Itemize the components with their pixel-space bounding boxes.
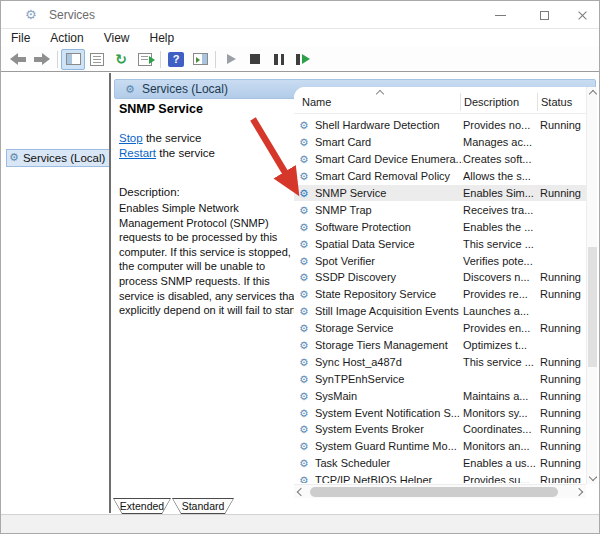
service-row[interactable]: ⚙ Storage Service Provides en... Running [294, 320, 586, 337]
menu-action[interactable]: Action [40, 31, 93, 45]
service-row[interactable]: ⚙ Smart Card Device Enumera... Creates s… [294, 151, 586, 168]
service-row[interactable]: ⚙ SNMP Service Enables Sim... Running [294, 185, 586, 202]
tab-extended[interactable]: Extended [113, 498, 171, 514]
back-icon [10, 53, 26, 65]
service-gear-icon: ⚙ [299, 153, 315, 165]
horizontal-scrollbar[interactable] [294, 484, 586, 498]
service-gear-icon: ⚙ [299, 356, 315, 368]
status-bar [1, 514, 600, 534]
back-button[interactable] [6, 49, 30, 70]
restart-service-button[interactable] [291, 49, 315, 70]
service-description: Optimizes t... [463, 339, 540, 351]
service-row[interactable]: ⚙ Task Scheduler Enables a us... Running [294, 455, 586, 472]
column-separator[interactable] [460, 93, 461, 111]
service-description: Provides su... [463, 474, 540, 483]
column-separator[interactable] [537, 93, 538, 111]
scroll-up-icon[interactable] [588, 90, 596, 98]
show-console-tree-button[interactable] [61, 49, 85, 70]
column-header-description[interactable]: Description [464, 96, 519, 108]
maximize-button[interactable] [527, 1, 561, 29]
services-gear-icon: ⚙ [9, 152, 19, 164]
menu-view[interactable]: View [94, 31, 140, 45]
column-header-status[interactable]: Status [541, 96, 572, 108]
service-description: Monitors sy... [463, 407, 540, 419]
service-gear-icon: ⚙ [299, 170, 315, 182]
service-gear-icon: ⚙ [299, 305, 315, 317]
service-description: Verifies pote... [463, 255, 540, 267]
service-name: System Guard Runtime Mo... [315, 440, 463, 452]
service-gear-icon: ⚙ [299, 204, 315, 216]
column-header-name[interactable]: Name [302, 96, 331, 108]
horizontal-scroll-thumb[interactable] [310, 487, 558, 497]
tab-standard[interactable]: Standard [172, 498, 234, 514]
properties-icon [90, 53, 104, 66]
service-row[interactable]: ⚙ System Events Broker Coordinates... Ru… [294, 421, 586, 438]
service-row[interactable]: ⚙ SynTPEnhService Running [294, 370, 586, 387]
service-name: Software Protection [315, 221, 463, 233]
service-name: TCP/IP NetBIOS Helper [315, 474, 463, 483]
service-name: SNMP Trap [315, 204, 463, 216]
toolbar-separator [160, 51, 161, 68]
service-description: This service ... [463, 238, 540, 250]
service-row[interactable]: ⚙ State Repository Service Provides re..… [294, 286, 586, 303]
service-row[interactable]: ⚙ System Event Notification S... Monitor… [294, 404, 586, 421]
service-status: Running [540, 440, 586, 452]
refresh-button[interactable]: ↻ [109, 49, 133, 70]
description-label: Description: [119, 186, 180, 198]
help-button[interactable]: ? [164, 49, 188, 70]
refresh-icon: ↻ [115, 52, 127, 66]
service-description: This service ... [463, 356, 540, 368]
pause-service-button[interactable] [267, 49, 291, 70]
help-icon: ? [168, 52, 184, 67]
service-row[interactable]: ⚙ Shell Hardware Detection Provides no..… [294, 117, 586, 134]
service-description: Monitors an... [463, 440, 540, 452]
close-button[interactable] [565, 1, 599, 29]
service-row[interactable]: ⚙ SysMain Maintains a... Running [294, 387, 586, 404]
service-row[interactable]: ⚙ Software Protection Enables the ... [294, 218, 586, 235]
minimize-button[interactable] [483, 1, 517, 29]
scroll-left-icon[interactable] [297, 488, 305, 496]
properties-button[interactable] [85, 49, 109, 70]
service-row[interactable]: ⚙ Smart Card Removal Policy Allows the s… [294, 168, 586, 185]
forward-button[interactable] [30, 49, 54, 70]
stop-service-button[interactable] [243, 49, 267, 70]
service-description: Enables the ... [463, 221, 540, 233]
restart-service-icon [296, 54, 310, 65]
service-row[interactable]: ⚙ Spatial Data Service This service ... [294, 235, 586, 252]
service-name: SSDP Discovery [315, 271, 463, 283]
service-row[interactable]: ⚙ Spot Verifier Verifies pote... [294, 252, 586, 269]
service-row[interactable]: ⚙ Storage Tiers Management Optimizes t..… [294, 337, 586, 354]
scroll-right-icon[interactable] [575, 488, 583, 496]
menu-file[interactable]: File [9, 31, 40, 45]
vertical-scrollbar[interactable] [586, 87, 597, 484]
menu-help[interactable]: Help [140, 31, 185, 45]
service-name: Task Scheduler [315, 457, 463, 469]
tab-standard-label: Standard [173, 499, 233, 513]
restart-service-link[interactable]: Restart [119, 147, 156, 159]
stop-service-link[interactable]: Stop [119, 132, 143, 144]
pause-service-icon [274, 54, 284, 65]
start-service-button[interactable] [219, 49, 243, 70]
service-status: Running [540, 187, 586, 199]
service-gear-icon: ⚙ [299, 339, 315, 351]
scroll-down-icon[interactable] [588, 473, 596, 481]
service-row[interactable]: ⚙ Smart Card Manages ac... [294, 134, 586, 151]
service-status: Running [540, 356, 586, 368]
service-gear-icon: ⚙ [299, 187, 315, 199]
export-list-button[interactable] [133, 49, 157, 70]
service-row[interactable]: ⚙ TCP/IP NetBIOS Helper Provides su... R… [294, 472, 586, 483]
service-row[interactable]: ⚙ Sync Host_a487d This service ... Runni… [294, 353, 586, 370]
toolbar-separator [215, 51, 216, 68]
service-description: Provides no... [463, 119, 540, 131]
vertical-scroll-thumb[interactable] [588, 247, 597, 367]
forward-icon [34, 53, 50, 65]
service-name: SynTPEnhService [315, 373, 463, 385]
tree-item-services-local[interactable]: ⚙ Services (Local) [6, 149, 110, 167]
show-action-pane-button[interactable] [188, 49, 212, 70]
service-row[interactable]: ⚙ SSDP Discovery Discovers n... Running [294, 269, 586, 286]
service-row[interactable]: ⚙ System Guard Runtime Mo... Monitors an… [294, 438, 586, 455]
service-row[interactable]: ⚙ Still Image Acquisition Events Launche… [294, 303, 586, 320]
service-name: Shell Hardware Detection [315, 119, 463, 131]
service-row[interactable]: ⚙ SNMP Trap Receives tra... [294, 201, 586, 218]
export-list-icon [138, 53, 152, 66]
